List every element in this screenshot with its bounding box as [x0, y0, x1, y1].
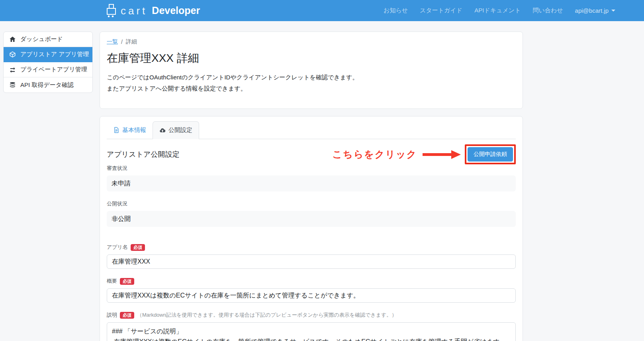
tab-label: 基本情報 — [122, 126, 146, 134]
annotation-text: こちらをクリック — [333, 148, 417, 161]
description-group: 説明 必須 （Markdown記法を使用できます。使用する場合は下記のプレビュー… — [107, 311, 516, 341]
brand-logo[interactable]: cart Developer — [106, 0, 200, 21]
sidebar-item-private-app-management[interactable]: プライベートアプリ管理 — [4, 62, 92, 77]
page-description-line2: またアプリストアへ公開する情報を設定できます。 — [107, 83, 516, 94]
nav-link-contact[interactable]: 問い合わせ — [533, 7, 563, 14]
publish-status-label: 公開状況 — [107, 200, 516, 207]
page-title: 在庫管理XXX 詳細 — [107, 51, 516, 66]
navbar-links: お知らせ スタートガイド APIドキュメント 問い合わせ api@bcart.j… — [384, 0, 615, 21]
section-title: アプリストア公開設定 — [107, 150, 180, 159]
publish-request-button[interactable]: 公開申請依頼 — [468, 147, 513, 162]
page-description: このページではOAuthClientのクライアントIDやクライアントシークレット… — [107, 72, 516, 94]
brand-cart-text: cart — [121, 6, 147, 16]
home-icon — [9, 36, 16, 43]
publish-status-group: 公開状況 非公開 — [107, 200, 516, 227]
required-badge: 必須 — [131, 244, 145, 251]
tab-basic-info[interactable]: 基本情報 — [107, 121, 153, 139]
tab-publish-settings[interactable]: 公開設定 — [153, 121, 199, 139]
app-detail-card: 基本情報 公開設定 アプリストア公開設定 こちらをクリック — [100, 116, 523, 341]
app-name-input[interactable] — [107, 254, 516, 269]
summary-group: 概要 必須 — [107, 278, 516, 303]
nav-link-start-guide[interactable]: スタートガイド — [420, 7, 462, 14]
publish-status-value: 非公開 — [107, 211, 516, 227]
breadcrumb-separator: / — [121, 39, 123, 45]
cloud-upload-icon — [159, 127, 166, 134]
page-header-card: 一覧 / 詳細 在庫管理XXX 詳細 このページではOAuthClientのクラ… — [100, 32, 523, 109]
sidebar-item-dashboard[interactable]: ダッシュボード — [4, 32, 92, 47]
sidebar-item-label: プライベートアプリ管理 — [20, 66, 87, 73]
sidebar-item-label: アプリストア アプリ管理 — [20, 51, 89, 58]
user-email: api@bcart.jp — [575, 7, 609, 14]
sidebar-item-label: ダッシュボード — [20, 35, 63, 43]
description-textarea[interactable]: ### 「サービスの説明」 在庫管理XXXは複数のECサイトの在庫を一箇所で管理… — [107, 322, 516, 341]
nav-link-api-docs[interactable]: APIドキュメント — [474, 7, 521, 14]
app-name-group: アプリ名 必須 — [107, 244, 516, 269]
tab-navigation: 基本情報 公開設定 — [107, 121, 516, 139]
sidebar-menu: ダッシュボード アプリストア アプリ管理 プライベートアプリ管理 AP — [3, 32, 93, 93]
tab-label: 公開設定 — [168, 126, 192, 134]
breadcrumb-current: 詳細 — [126, 38, 137, 45]
required-badge: 必須 — [120, 278, 134, 285]
nav-link-news[interactable]: お知らせ — [384, 7, 408, 14]
annotation-arrow-icon — [423, 150, 461, 160]
database-icon — [9, 82, 16, 89]
review-status-label: 審査状況 — [107, 165, 516, 172]
sidebar-item-appstore-app-management[interactable]: アプリストア アプリ管理 — [4, 47, 92, 62]
main-content: 一覧 / 詳細 在庫管理XXX 詳細 このページではOAuthClientのクラ… — [100, 32, 523, 341]
cube-icon — [9, 51, 16, 58]
breadcrumb: 一覧 / 詳細 — [107, 38, 516, 45]
summary-label: 概要 必須 — [107, 278, 516, 285]
summary-input[interactable] — [107, 288, 516, 303]
breadcrumb-list-link[interactable]: 一覧 — [107, 38, 118, 45]
review-status-value: 未申請 — [107, 175, 516, 191]
review-status-group: 審査状況 未申請 — [107, 165, 516, 191]
description-label: 説明 必須 （Markdown記法を使用できます。使用する場合は下記のプレビュー… — [107, 311, 516, 319]
top-navbar: cart Developer お知らせ スタートガイド APIドキュメント 問い… — [0, 0, 644, 21]
annotation-highlight-box: 公開申請依頼 — [465, 144, 516, 164]
bcart-logo-icon — [106, 4, 117, 18]
sidebar-item-label: API 取得データ確認 — [20, 81, 74, 89]
sidebar-item-api-data-check[interactable]: API 取得データ確認 — [4, 77, 92, 93]
annotated-button-area: こちらをクリック 公開申請依頼 — [333, 144, 516, 164]
description-markdown-note: （Markdown記法を使用できます。使用する場合は下記のプレビューボタンから実… — [137, 311, 397, 319]
user-account-dropdown[interactable]: api@bcart.jp — [575, 7, 615, 14]
brand-developer-text: Developer — [152, 6, 200, 16]
exchange-icon — [9, 66, 16, 73]
app-name-label: アプリ名 必須 — [107, 244, 516, 251]
required-badge: 必須 — [120, 312, 134, 319]
file-icon — [113, 127, 119, 133]
page-description-line1: このページではOAuthClientのクライアントIDやクライアントシークレット… — [107, 72, 516, 83]
publish-settings-header-row: アプリストア公開設定 こちらをクリック 公開申請依頼 — [107, 144, 516, 165]
caret-down-icon — [611, 10, 615, 12]
